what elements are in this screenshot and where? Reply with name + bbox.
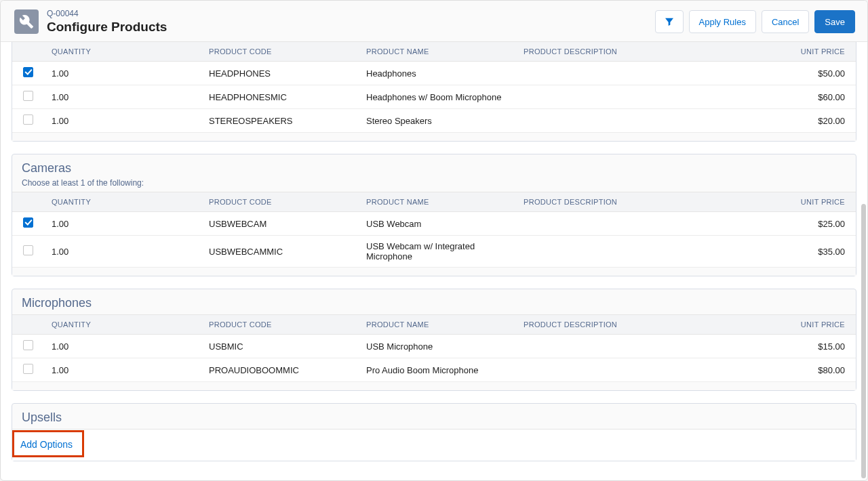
cell-price: $60.00 bbox=[774, 85, 856, 109]
col-checkbox bbox=[12, 42, 43, 62]
table-row: 1.00 HEADPHONESMIC Headphones w/ Boom Mi… bbox=[12, 85, 856, 109]
cell-desc bbox=[515, 62, 774, 85]
col-product-name: PRODUCT NAME bbox=[358, 315, 515, 335]
filter-button[interactable] bbox=[655, 10, 684, 33]
col-unit-price: UNIT PRICE bbox=[774, 42, 856, 62]
cell-price: $20.00 bbox=[774, 109, 856, 133]
row-checkbox[interactable] bbox=[23, 340, 33, 350]
cell-price: $25.00 bbox=[774, 212, 856, 236]
cell-quantity: 1.00 bbox=[43, 236, 201, 268]
cell-desc bbox=[515, 109, 774, 133]
wrench-icon bbox=[14, 9, 39, 34]
col-checkbox bbox=[12, 315, 43, 335]
product-table: QUANTITY PRODUCT CODE PRODUCT NAME PRODU… bbox=[12, 192, 856, 268]
product-group-upsells: Upsells Add Options bbox=[12, 403, 856, 461]
cell-name: Headphones bbox=[358, 62, 515, 85]
add-options-link[interactable]: Add Options bbox=[16, 436, 77, 453]
cell-code: PROAUDIOBOOMMIC bbox=[201, 358, 358, 382]
cell-name: USB Webcam bbox=[358, 212, 515, 236]
col-unit-price: UNIT PRICE bbox=[774, 315, 856, 335]
col-product-description: PRODUCT DESCRIPTION bbox=[515, 192, 774, 212]
quote-number: Q-00044 bbox=[47, 9, 167, 18]
cell-quantity: 1.00 bbox=[43, 212, 201, 236]
row-checkbox[interactable] bbox=[23, 67, 33, 77]
content-area: QUANTITY PRODUCT CODE PRODUCT NAME PRODU… bbox=[1, 42, 867, 472]
cell-name: Stereo Speakers bbox=[358, 109, 515, 133]
cell-quantity: 1.00 bbox=[43, 85, 201, 109]
group-footer bbox=[12, 133, 856, 141]
apply-rules-button[interactable]: Apply Rules bbox=[689, 10, 756, 33]
cell-code: HEADPHONES bbox=[201, 62, 358, 85]
cell-code: HEADPHONESMIC bbox=[201, 85, 358, 109]
cell-code: USBWEBCAMMIC bbox=[201, 236, 358, 268]
table-row: 1.00 PROAUDIOBOOMMIC Pro Audio Boom Micr… bbox=[12, 358, 856, 382]
cell-desc bbox=[515, 358, 774, 382]
group-title: Cameras bbox=[22, 161, 846, 175]
page-title: Configure Products bbox=[47, 20, 167, 35]
cell-desc bbox=[515, 236, 774, 268]
table-row: 1.00 USBWEBCAM USB Webcam $25.00 bbox=[12, 212, 856, 236]
cell-desc bbox=[515, 85, 774, 109]
cell-name: Headphones w/ Boom Microphone bbox=[358, 85, 515, 109]
row-checkbox[interactable] bbox=[23, 114, 33, 125]
row-checkbox[interactable] bbox=[23, 364, 33, 374]
product-group-microphones: Microphones QUANTITY PRODUCT CODE PRODUC… bbox=[12, 289, 856, 391]
cell-quantity: 1.00 bbox=[43, 62, 201, 85]
cell-quantity: 1.00 bbox=[43, 109, 201, 133]
col-product-name: PRODUCT NAME bbox=[358, 192, 515, 212]
cell-price: $80.00 bbox=[774, 358, 856, 382]
cell-name: USB Microphone bbox=[358, 335, 515, 358]
cell-price: $50.00 bbox=[774, 62, 856, 85]
col-product-code: PRODUCT CODE bbox=[201, 315, 358, 335]
row-checkbox[interactable] bbox=[23, 245, 33, 255]
cell-price: $35.00 bbox=[774, 236, 856, 268]
col-product-code: PRODUCT CODE bbox=[201, 192, 358, 212]
table-row: 1.00 HEADPHONES Headphones $50.00 bbox=[12, 62, 856, 85]
table-row: 1.00 STEREOSPEAKERS Stereo Speakers $20.… bbox=[12, 109, 856, 133]
product-table: QUANTITY PRODUCT CODE PRODUCT NAME PRODU… bbox=[12, 314, 856, 382]
cell-quantity: 1.00 bbox=[43, 335, 201, 358]
filter-icon bbox=[664, 16, 675, 27]
product-group-cameras: Cameras Choose at least 1 of the followi… bbox=[12, 154, 856, 276]
vertical-scrollbar[interactable] bbox=[861, 1, 867, 481]
cell-code: USBWEBCAM bbox=[201, 212, 358, 236]
group-title: Upsells bbox=[22, 411, 846, 425]
save-button[interactable]: Save bbox=[814, 10, 855, 33]
product-table: QUANTITY PRODUCT CODE PRODUCT NAME PRODU… bbox=[12, 42, 856, 133]
cell-code: STEREOSPEAKERS bbox=[201, 109, 358, 133]
col-product-name: PRODUCT NAME bbox=[358, 42, 515, 62]
page-header: Q-00044 Configure Products Apply Rules C… bbox=[1, 1, 867, 42]
row-checkbox[interactable] bbox=[23, 217, 33, 228]
cancel-button[interactable]: Cancel bbox=[762, 10, 809, 33]
col-product-description: PRODUCT DESCRIPTION bbox=[515, 315, 774, 335]
group-footer bbox=[12, 268, 856, 276]
cell-desc bbox=[515, 212, 774, 236]
cell-name: Pro Audio Boom Microphone bbox=[358, 358, 515, 382]
group-title: Microphones bbox=[22, 296, 846, 310]
group-footer bbox=[12, 382, 856, 390]
col-quantity: QUANTITY bbox=[43, 315, 201, 335]
col-checkbox bbox=[12, 192, 43, 212]
cell-price: $15.00 bbox=[774, 335, 856, 358]
col-quantity: QUANTITY bbox=[43, 192, 201, 212]
col-product-code: PRODUCT CODE bbox=[201, 42, 358, 62]
group-subtitle: Choose at least 1 of the following: bbox=[22, 178, 846, 188]
cell-name: USB Webcam w/ Integrated Microphone bbox=[358, 236, 515, 268]
table-row: 1.00 USBMIC USB Microphone $15.00 bbox=[12, 335, 856, 358]
cell-quantity: 1.00 bbox=[43, 358, 201, 382]
scrollbar-thumb[interactable] bbox=[861, 204, 866, 478]
cell-desc bbox=[515, 335, 774, 358]
col-quantity: QUANTITY bbox=[43, 42, 201, 62]
product-group: QUANTITY PRODUCT CODE PRODUCT NAME PRODU… bbox=[12, 42, 856, 142]
cell-code: USBMIC bbox=[201, 335, 358, 358]
row-checkbox[interactable] bbox=[23, 91, 33, 101]
col-product-description: PRODUCT DESCRIPTION bbox=[515, 42, 774, 62]
col-unit-price: UNIT PRICE bbox=[774, 192, 856, 212]
table-row: 1.00 USBWEBCAMMIC USB Webcam w/ Integrat… bbox=[12, 236, 856, 268]
